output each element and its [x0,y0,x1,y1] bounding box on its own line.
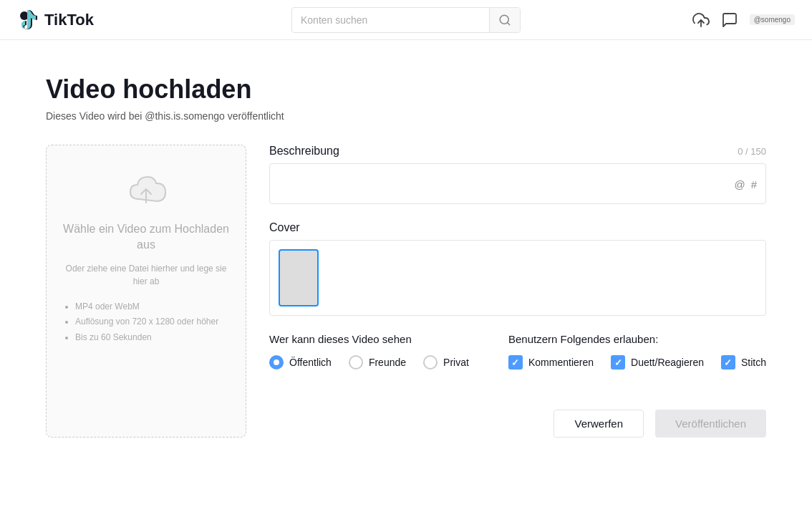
cover-strip[interactable] [269,240,766,316]
header: TikTok @somengo [0,0,812,40]
at-icon-button[interactable]: @ [734,178,745,190]
logo[interactable]: TikTok [17,9,94,32]
cover-label-row: Cover [269,221,766,234]
description-input[interactable] [270,164,765,201]
checkbox-duet-label: Duett/Reagieren [631,357,704,368]
svg-line-2 [507,22,509,24]
radio-friends-indicator [349,355,363,370]
description-label-row: Beschreibung 0 / 150 [269,145,766,158]
radio-public-indicator [269,355,284,370]
allow-comments[interactable]: Kommentieren [508,355,594,370]
cover-label: Cover [269,221,300,234]
search-bar[interactable] [291,7,521,33]
checkbox-comments-indicator [508,355,523,370]
visibility-friends[interactable]: Freunde [349,355,406,370]
discard-button[interactable]: Verwerfen [554,410,644,438]
hashtag-icon-button[interactable]: # [751,178,757,190]
search-button[interactable] [489,8,520,32]
header-actions: @somengo [692,11,795,29]
description-icons: @ # [734,178,757,190]
checkbox-duet-indicator [611,355,625,370]
who-can-see-section: Wer kann dieses Video sehen Öffentlich F… [269,333,474,370]
radio-private-indicator [423,355,438,370]
page-title: Video hochladen [46,74,766,105]
allow-heading: Benutzern Folgendes erlauben: [508,333,766,345]
checkbox-comments-label: Kommentieren [528,357,594,368]
form-side: Beschreibung 0 / 150 @ # Cover [269,145,766,438]
tiktok-logo-icon [17,9,40,32]
footer-actions: Verwerfen Veröffentlichen [269,410,766,438]
description-section: Beschreibung 0 / 150 @ # [269,145,766,204]
message-icon [721,11,738,29]
cover-thumbnail [279,249,319,306]
main-content: Video hochladen Dieses Video wird bei @t… [0,40,812,466]
allow-stitch[interactable]: Stitch [721,355,766,370]
search-icon [498,14,511,26]
visibility-private[interactable]: Privat [423,355,469,370]
visibility-radio-group: Öffentlich Freunde Privat [269,355,474,370]
cover-section: Cover [269,221,766,316]
page-subtitle: Dieses Video wird bei @this.is.somengo v… [46,110,766,122]
checkbox-stitch-indicator [721,355,735,370]
radio-private-label: Privat [443,357,469,368]
permissions-row: Wer kann dieses Video sehen Öffentlich F… [269,333,766,370]
drop-zone[interactable]: Wähle ein Video zum Hochladen aus Oder z… [46,145,246,438]
drop-zone-subtitle: Oder ziehe eine Datei hierher und lege s… [61,262,231,288]
allow-duet[interactable]: Duett/Reagieren [611,355,704,370]
char-count: 0 / 150 [738,146,766,157]
file-specs: MP4 oder WebM Auflösung von 720 x 1280 o… [61,299,218,346]
visibility-public[interactable]: Öffentlich [269,355,332,370]
user-avatar[interactable]: @somengo [750,14,795,25]
content-area: Wähle ein Video zum Hochladen aus Oder z… [46,145,766,438]
publish-button[interactable]: Veröffentlichen [655,410,766,438]
description-label: Beschreibung [269,145,339,158]
message-icon-button[interactable] [721,11,738,29]
upload-icon-button[interactable] [692,11,710,29]
allow-checkbox-group: Kommentieren Duett/Reagieren Stitch [508,355,766,370]
allow-section: Benutzern Folgendes erlauben: Kommentier… [508,333,766,370]
who-can-see-heading: Wer kann dieses Video sehen [269,333,474,345]
checkbox-stitch-label: Stitch [741,357,766,368]
description-input-wrap: @ # [269,163,766,204]
drop-zone-title: Wähle ein Video zum Hochladen aus [61,221,231,254]
logo-text: TikTok [44,11,94,29]
spec-item: Auflösung von 720 x 1280 oder höher [75,314,218,330]
radio-public-label: Öffentlich [289,357,332,368]
upload-icon [692,11,710,29]
upload-cloud-icon [125,174,168,210]
search-input[interactable] [292,9,489,32]
spec-item: MP4 oder WebM [75,299,218,315]
radio-friends-label: Freunde [369,357,406,368]
spec-item: Bis zu 60 Sekunden [75,330,218,346]
